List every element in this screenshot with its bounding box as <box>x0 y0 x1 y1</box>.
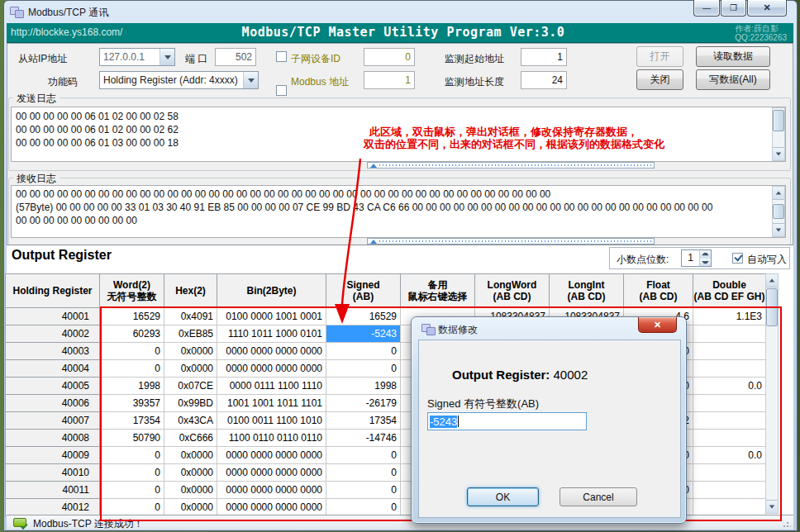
dropdown-arrow-icon[interactable] <box>243 72 258 88</box>
spinner-down-icon[interactable] <box>700 259 711 267</box>
cell-double[interactable]: 0.0 <box>693 378 766 395</box>
modbus-addr-field[interactable]: 1 <box>364 71 415 89</box>
cell-word[interactable]: 0 <box>100 343 164 360</box>
cell-double[interactable] <box>693 482 766 499</box>
cell-double[interactable]: 0.0 <box>693 447 766 464</box>
cell-double[interactable] <box>693 412 766 430</box>
cell-hex[interactable]: 0x0000 <box>164 499 217 516</box>
cell-double[interactable] <box>693 430 766 447</box>
cell-word[interactable]: 60293 <box>100 325 164 343</box>
cell-bin[interactable]: 0000 0000 0000 0000 <box>217 447 326 464</box>
cell-double[interactable] <box>693 360 766 378</box>
cell-bin[interactable]: 1110 1011 1000 0101 <box>217 325 326 343</box>
cell-signed[interactable]: -26179 <box>326 395 401 412</box>
spinner-up-icon[interactable] <box>700 250 711 259</box>
monitor-start-field[interactable]: 1 <box>521 48 567 66</box>
cell-bin[interactable]: 0100 0000 1001 0001 <box>217 308 326 325</box>
cell-signed[interactable]: 0 <box>326 343 401 360</box>
scroll-left-icon[interactable] <box>370 240 377 244</box>
cell-word[interactable]: 0 <box>100 447 164 464</box>
cell-bin[interactable]: 0000 0000 0000 0000 <box>217 343 326 360</box>
title-bar[interactable]: Modbus/TCP 通讯 — ❐ ✕ <box>3 0 797 23</box>
recv-log-textarea[interactable]: 00 00 00 00 00 00 00 00 00 00 00 00 00 0… <box>11 185 786 238</box>
send-log-hscrollbar[interactable] <box>367 162 655 169</box>
cell-bin[interactable]: 0000 0111 1100 1110 <box>217 378 326 395</box>
cell-hex[interactable]: 0x0000 <box>164 464 217 482</box>
cell-double[interactable] <box>693 343 766 360</box>
cell-double[interactable] <box>693 325 766 343</box>
resize-grip[interactable] <box>783 520 791 528</box>
dialog-value-input[interactable]: -5243 <box>427 412 587 430</box>
cell-signed[interactable]: 0 <box>326 499 401 516</box>
cell-double[interactable] <box>693 395 766 412</box>
subnet-id-field[interactable]: 0 <box>364 48 415 66</box>
scrollbar-thumb[interactable] <box>773 204 784 219</box>
cell-bin[interactable]: 0000 0000 0000 0000 <box>217 482 326 499</box>
cell-hex[interactable]: 0x0000 <box>164 482 217 499</box>
cell-bin[interactable]: 0000 0000 0000 0000 <box>217 499 326 516</box>
cell-hex[interactable]: 0xEB85 <box>164 325 217 343</box>
cell-signed[interactable]: 0 <box>326 360 401 378</box>
scroll-down-icon[interactable] <box>773 223 784 236</box>
cell-signed[interactable]: 0 <box>326 464 401 482</box>
cell-bin[interactable]: 1100 0110 0110 0110 <box>217 430 326 447</box>
dialog-cancel-button[interactable]: Cancel <box>560 487 637 506</box>
cell-signed[interactable]: 17354 <box>326 412 401 430</box>
port-field[interactable]: 502 <box>215 48 256 66</box>
minimize-button[interactable]: — <box>693 0 720 17</box>
cell-bin[interactable]: 1001 1001 1011 1101 <box>217 395 326 412</box>
monitor-len-field[interactable]: 24 <box>521 71 567 89</box>
func-code-combo[interactable]: Holding Register (Addr: 4xxxx) <box>99 71 259 89</box>
cell-hex[interactable]: 0x0000 <box>164 343 217 360</box>
cell-word[interactable]: 0 <box>100 360 164 378</box>
send-log-scrollbar[interactable] <box>772 107 785 161</box>
cell-signed[interactable]: -14746 <box>326 430 401 447</box>
write-data-button[interactable]: 写数据(All) <box>696 69 770 90</box>
cell-double[interactable] <box>693 464 766 482</box>
recv-log-scrollbar[interactable] <box>772 186 785 237</box>
cell-word[interactable]: 0 <box>100 499 164 516</box>
close-window-button[interactable]: ✕ <box>747 0 787 17</box>
cell-word[interactable]: 0 <box>100 482 164 499</box>
open-button[interactable]: 打开 <box>636 46 683 67</box>
cell-signed[interactable]: -5243 <box>326 325 401 343</box>
cell-signed[interactable]: 16529 <box>326 308 401 325</box>
dropdown-arrow-icon[interactable] <box>160 49 174 65</box>
read-data-button[interactable]: 读取数据 <box>696 46 770 67</box>
slave-ip-combo[interactable]: 127.0.0.1 <box>99 48 175 66</box>
cell-hex[interactable]: 0x43CA <box>164 412 217 430</box>
recv-log-hscrollbar[interactable] <box>367 238 655 245</box>
cell-bin[interactable]: 0000 0000 0000 0000 <box>217 360 326 378</box>
cell-hex[interactable]: 0x0000 <box>164 360 217 378</box>
scroll-left-icon[interactable] <box>370 164 377 168</box>
cell-bin[interactable]: 0000 0000 0000 0000 <box>217 464 326 482</box>
scroll-up-icon[interactable] <box>766 274 778 287</box>
cell-hex[interactable]: 0xC666 <box>164 430 217 447</box>
cell-hex[interactable]: 0x07CE <box>164 378 217 395</box>
close-connection-button[interactable]: 关闭 <box>636 69 683 90</box>
scrollbar-thumb[interactable] <box>773 110 784 131</box>
scroll-down-icon[interactable] <box>766 500 778 513</box>
cell-word[interactable]: 1998 <box>100 378 164 395</box>
dialog-ok-button[interactable]: OK <box>467 487 539 506</box>
cell-hex[interactable]: 0x99BD <box>164 395 217 412</box>
scroll-up-icon[interactable] <box>773 187 784 200</box>
cell-signed[interactable]: 0 <box>326 482 401 499</box>
modbus-addr-checkbox[interactable] <box>276 85 287 96</box>
cell-hex[interactable]: 0x0000 <box>164 447 217 464</box>
auto-write-checkbox[interactable] <box>732 253 743 264</box>
cell-word[interactable]: 16529 <box>100 308 164 325</box>
cell-double[interactable] <box>693 499 766 516</box>
scroll-down-icon[interactable] <box>773 147 784 160</box>
cell-word[interactable]: 39357 <box>100 395 164 412</box>
table-scrollbar[interactable] <box>765 273 779 514</box>
cell-bin[interactable]: 0100 0011 1100 1010 <box>217 412 326 430</box>
cell-hex[interactable]: 0x4091 <box>164 308 217 325</box>
cell-signed[interactable]: 0 <box>326 447 401 464</box>
maximize-button[interactable]: ❐ <box>721 0 746 17</box>
subnet-id-checkbox[interactable] <box>276 51 287 62</box>
decimal-places-spinner[interactable]: 1 <box>681 249 712 267</box>
cell-word[interactable]: 0 <box>100 464 164 482</box>
cell-word[interactable]: 17354 <box>100 412 164 430</box>
dialog-close-button[interactable]: ✕ <box>638 317 677 333</box>
